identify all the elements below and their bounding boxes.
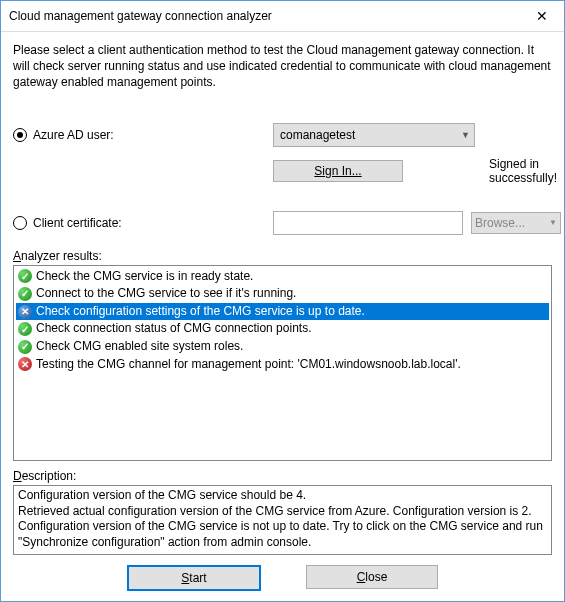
chevron-down-icon: ▼: [549, 218, 557, 227]
auth-section: Azure AD user: comanagetest ▼ Sign In...…: [13, 123, 552, 235]
result-row[interactable]: ✕Testing the CMG channel for management …: [16, 356, 549, 374]
results-label: Analyzer results:: [13, 249, 552, 263]
sign-in-button[interactable]: Sign In...: [273, 160, 403, 182]
check-icon: ✓: [18, 269, 32, 283]
description-label: Description:: [13, 469, 552, 483]
result-row[interactable]: ✓Connect to the CMG service to see if it…: [16, 285, 549, 303]
content-area: Please select a client authentication me…: [1, 32, 564, 601]
close-icon[interactable]: ✕: [519, 1, 564, 31]
result-text: Check configuration settings of the CMG …: [36, 304, 365, 320]
result-row[interactable]: ✕Check configuration settings of the CMG…: [16, 303, 549, 321]
result-row[interactable]: ✓Check the CMG service is in ready state…: [16, 268, 549, 286]
result-text: Connect to the CMG service to see if it'…: [36, 286, 296, 302]
info-icon: ✕: [18, 305, 32, 319]
browse-button: Browse... ▼: [471, 212, 561, 234]
error-icon: ✕: [18, 357, 32, 371]
check-icon: ✓: [18, 287, 32, 301]
result-text: Check CMG enabled site system roles.: [36, 339, 243, 355]
result-row[interactable]: ✓Check connection status of CMG connecti…: [16, 320, 549, 338]
window-title: Cloud management gateway connection anal…: [9, 9, 519, 23]
sign-in-status: Signed in successfully!: [471, 157, 561, 185]
check-icon: ✓: [18, 340, 32, 354]
cert-label: Client certificate:: [33, 216, 122, 230]
results-listbox[interactable]: ✓Check the CMG service is in ready state…: [13, 265, 552, 461]
description-textarea[interactable]: Configuration version of the CMG service…: [13, 485, 552, 555]
result-text: Testing the CMG channel for management p…: [36, 357, 461, 373]
sign-in-label: Sign In...: [314, 164, 361, 178]
radio-icon: [13, 128, 27, 142]
combo-value: comanagetest: [280, 128, 355, 142]
radio-icon: [13, 216, 27, 230]
close-button[interactable]: Close: [306, 565, 438, 589]
check-icon: ✓: [18, 322, 32, 336]
browse-label: Browse...: [475, 216, 525, 230]
result-row[interactable]: ✓Check CMG enabled site system roles.: [16, 338, 549, 356]
result-text: Check the CMG service is in ready state.: [36, 269, 253, 285]
titlebar: Cloud management gateway connection anal…: [1, 1, 564, 32]
chevron-down-icon: ▼: [461, 130, 470, 140]
dialog-buttons: Start Close: [13, 555, 552, 591]
azure-label: Azure AD user:: [33, 128, 114, 142]
dialog-window: Cloud management gateway connection anal…: [0, 0, 565, 602]
azure-radio-row[interactable]: Azure AD user:: [13, 128, 265, 142]
azure-user-combo[interactable]: comanagetest ▼: [273, 123, 475, 147]
cert-radio-row[interactable]: Client certificate:: [13, 216, 265, 230]
intro-text: Please select a client authentication me…: [13, 42, 552, 91]
start-button[interactable]: Start: [127, 565, 261, 591]
result-text: Check connection status of CMG connectio…: [36, 321, 311, 337]
cert-input[interactable]: [273, 211, 463, 235]
